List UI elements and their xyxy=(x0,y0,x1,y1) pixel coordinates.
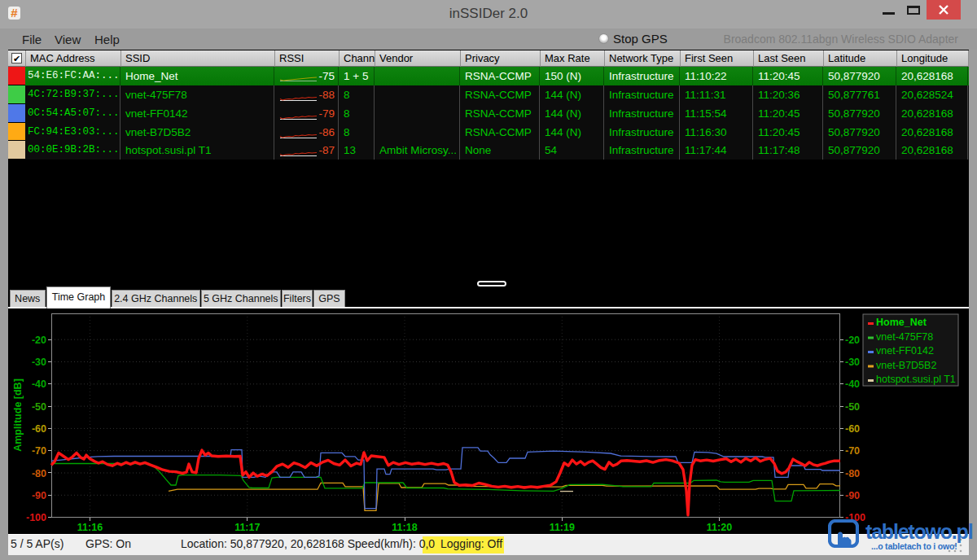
svg-text:-30: -30 xyxy=(32,357,46,368)
svg-text:vnet-475F78: vnet-475F78 xyxy=(876,331,933,343)
svg-text:Home_Net: Home_Net xyxy=(876,317,927,328)
svg-text:-90: -90 xyxy=(845,490,860,501)
svg-text:vnet-B7D5B2: vnet-B7D5B2 xyxy=(876,360,936,371)
svg-text:11:20: 11:20 xyxy=(707,522,732,533)
svg-text:-50: -50 xyxy=(32,401,46,413)
svg-text:-40: -40 xyxy=(845,378,860,390)
svg-text:Amplitude [dB]: Amplitude [dB] xyxy=(12,378,24,452)
svg-text:hotspot.susi.pl T1: hotspot.susi.pl T1 xyxy=(876,374,956,385)
svg-text:11:17: 11:17 xyxy=(234,522,260,533)
svg-text:-100: -100 xyxy=(26,512,46,523)
svg-text:11:18: 11:18 xyxy=(392,522,417,533)
svg-text:-80: -80 xyxy=(32,468,46,479)
svg-text:-70: -70 xyxy=(32,445,46,457)
svg-text:-90: -90 xyxy=(32,490,46,501)
svg-text:-50: -50 xyxy=(845,401,860,413)
svg-text:-30: -30 xyxy=(845,357,860,368)
svg-text:-60: -60 xyxy=(845,423,860,435)
svg-text:-20: -20 xyxy=(845,335,860,346)
svg-text:11:19: 11:19 xyxy=(550,522,575,533)
svg-text:-70: -70 xyxy=(845,445,860,457)
svg-text:vnet-FF0142: vnet-FF0142 xyxy=(876,345,934,357)
svg-text:-60: -60 xyxy=(32,423,46,435)
svg-text:11:16: 11:16 xyxy=(77,522,103,533)
svg-text:-40: -40 xyxy=(32,378,46,390)
svg-text:-80: -80 xyxy=(845,468,860,479)
svg-text:-20: -20 xyxy=(32,335,46,346)
